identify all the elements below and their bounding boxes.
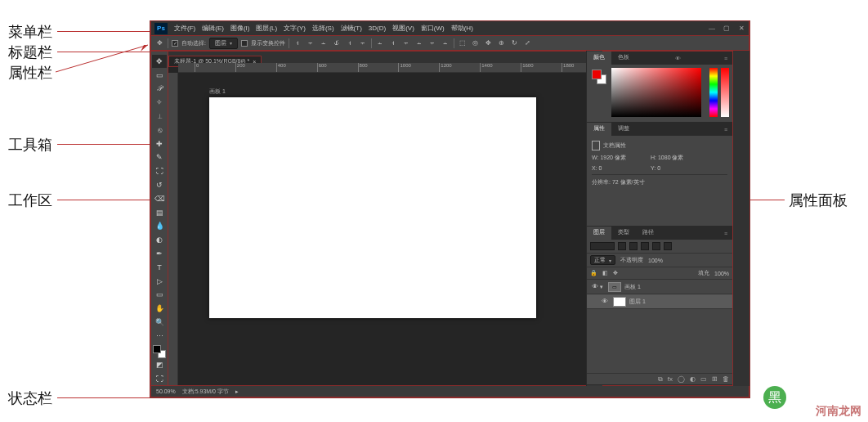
doc-size-info[interactable]: 文档:5.93M/0 字节 xyxy=(182,388,229,396)
fg-color-swatch[interactable] xyxy=(153,345,161,353)
tool-zoom[interactable]: 🔍 xyxy=(152,316,167,329)
tool-crop[interactable]: ⟂ xyxy=(152,110,167,123)
show-transform-checkbox[interactable] xyxy=(241,40,248,47)
lock-pixels-icon[interactable]: ◧ xyxy=(602,270,608,276)
tool-hand[interactable]: ✋ xyxy=(152,302,167,315)
artboard-canvas[interactable] xyxy=(209,97,536,318)
move-tool-icon[interactable]: ✥ xyxy=(154,38,164,48)
close-icon[interactable]: ✕ xyxy=(734,25,749,32)
tool-blur[interactable]: 💧 xyxy=(152,220,167,233)
menu-filter[interactable]: 滤镜(T) xyxy=(338,24,365,33)
auto-select-dropdown[interactable]: 图层 xyxy=(209,38,238,49)
lock-pos-icon[interactable]: ✥ xyxy=(613,270,618,276)
tool-type[interactable]: T xyxy=(152,261,167,274)
menu-3d[interactable]: 3D(D) xyxy=(365,25,389,32)
visibility-toggle-icon[interactable]: 👁 xyxy=(590,283,600,290)
menu-help[interactable]: 帮助(H) xyxy=(448,24,477,33)
tool-screenmode[interactable]: ⛶ xyxy=(152,372,167,385)
align-hcenter-icon[interactable]: ⫟ xyxy=(306,38,315,48)
distribute-w-icon[interactable]: ⫟ xyxy=(427,38,437,48)
align-top-icon[interactable]: ⫝̸ xyxy=(332,38,342,48)
tool-brush[interactable]: ✎ xyxy=(152,151,167,164)
opacity-value[interactable]: 100% xyxy=(648,258,663,263)
distribute-hc-icon[interactable]: ⫠ xyxy=(414,38,424,48)
color-preview-swatches[interactable] xyxy=(592,70,606,84)
status-flyout-icon[interactable]: ▸ xyxy=(235,388,239,395)
tab-paths[interactable]: 路径 xyxy=(636,227,660,240)
filter-shape-icon[interactable] xyxy=(652,242,660,250)
group-icon[interactable]: ▭ xyxy=(700,375,707,383)
distribute-v-icon[interactable]: ⫞ xyxy=(388,38,398,48)
tab-adjustments[interactable]: 调整 xyxy=(611,123,636,136)
filter-type-icon[interactable] xyxy=(641,242,649,250)
tool-eyedropper[interactable]: ⎋ xyxy=(152,123,167,137)
rotate-icon[interactable]: ↻ xyxy=(510,38,520,48)
menu-type[interactable]: 文字(Y) xyxy=(280,24,309,33)
tool-eraser[interactable]: ⌫ xyxy=(152,192,167,205)
menu-select[interactable]: 选择(S) xyxy=(309,24,338,33)
tool-dodge[interactable]: ◐ xyxy=(152,233,167,246)
hue-slider[interactable] xyxy=(709,68,718,117)
link-layers-icon[interactable]: ⧉ xyxy=(658,375,663,384)
menu-view[interactable]: 视图(V) xyxy=(389,24,418,33)
tool-heal[interactable]: ✚ xyxy=(152,137,167,150)
menu-window[interactable]: 窗口(W) xyxy=(418,24,448,33)
blend-mode-dropdown[interactable]: 正常 xyxy=(590,255,615,265)
ruler-horizontal[interactable]: 0 200 400 600 800 1000 1200 1400 1600 18… xyxy=(178,63,586,73)
align-left-icon[interactable]: ⫞ xyxy=(293,38,302,48)
panel-menu-icon[interactable]: ≡ xyxy=(719,52,732,65)
tool-quickmask[interactable]: ◩ xyxy=(152,359,167,372)
menu-file[interactable]: 文件(F) xyxy=(171,24,199,33)
chevron-down-icon[interactable]: ▾ xyxy=(600,284,605,290)
tool-history[interactable]: ↺ xyxy=(152,178,167,191)
adjustment-icon[interactable]: ◐ xyxy=(690,375,696,383)
3d-mode-icon[interactable]: ⬚ xyxy=(458,38,468,48)
filter-smart-icon[interactable] xyxy=(664,242,672,250)
filter-pixel-icon[interactable] xyxy=(618,242,626,250)
pan-icon[interactable]: ✥ xyxy=(484,38,494,48)
panel-menu-icon[interactable]: ≡ xyxy=(719,123,732,136)
tool-stamp[interactable]: ⛶ xyxy=(152,164,167,177)
tab-properties[interactable]: 属性 xyxy=(587,123,611,136)
layer-bg[interactable]: 👁 图层 1 xyxy=(587,294,732,309)
panel-eye-icon[interactable]: 👁 xyxy=(671,52,684,65)
layer-kind-dropdown[interactable] xyxy=(590,242,615,250)
tab-layers[interactable]: 图层 xyxy=(587,227,611,240)
menu-edit[interactable]: 编辑(E) xyxy=(199,24,227,33)
distribute-h2-icon[interactable]: ⫠ xyxy=(441,38,450,48)
color-field-picker[interactable] xyxy=(611,68,701,117)
tab-swatches[interactable]: 色板 xyxy=(611,52,636,65)
tool-marquee[interactable]: ▭ xyxy=(152,69,167,82)
filter-adjust-icon[interactable] xyxy=(629,242,638,250)
align-bottom-icon[interactable]: ⫟ xyxy=(358,38,368,48)
visibility-toggle-icon[interactable]: 👁 xyxy=(600,298,610,305)
tab-color[interactable]: 颜色 xyxy=(587,52,611,65)
align-vcenter-icon[interactable]: ⫞ xyxy=(345,38,355,48)
layer-artboard[interactable]: 👁 ▾ ▭ 画板 1 xyxy=(587,280,732,294)
fx-icon[interactable]: fx xyxy=(668,375,673,383)
distribute-h-icon[interactable]: ⫠ xyxy=(375,38,385,48)
fill-value[interactable]: 100% xyxy=(714,271,729,276)
menu-image[interactable]: 图像(I) xyxy=(227,24,253,33)
tool-lasso[interactable]: 𝒫 xyxy=(152,83,167,96)
canvas-area[interactable]: 0 200 400 600 800 1000 1200 1400 1600 18… xyxy=(168,63,586,385)
align-right-icon[interactable]: ⫠ xyxy=(319,38,329,48)
tool-gradient[interactable]: ▤ xyxy=(152,206,167,219)
tool-shape[interactable]: ▭ xyxy=(152,289,167,302)
scale-icon[interactable]: ⤢ xyxy=(523,38,533,48)
panel-menu-icon[interactable]: ≡ xyxy=(719,227,732,240)
tool-path[interactable]: ▷ xyxy=(152,275,167,288)
menu-layer[interactable]: 图层(L) xyxy=(253,24,280,33)
tab-channels[interactable]: 类型 xyxy=(611,227,636,240)
lock-icon[interactable]: 🔒 xyxy=(590,270,597,276)
layer-name[interactable]: 图层 1 xyxy=(629,298,646,306)
brightness-slider[interactable] xyxy=(721,68,729,117)
minimize-icon[interactable]: — xyxy=(705,25,719,32)
mask-icon[interactable]: ◯ xyxy=(678,375,685,383)
tool-edit-toolbar[interactable]: ⋯ xyxy=(152,330,167,343)
delete-icon[interactable]: 🗑 xyxy=(723,375,729,383)
ruler-vertical[interactable] xyxy=(168,73,178,385)
tool-wand[interactable]: ✧ xyxy=(152,96,167,109)
distribute-vc-icon[interactable]: ⫟ xyxy=(401,38,411,48)
zoom-level[interactable]: 50.09% xyxy=(156,388,176,394)
